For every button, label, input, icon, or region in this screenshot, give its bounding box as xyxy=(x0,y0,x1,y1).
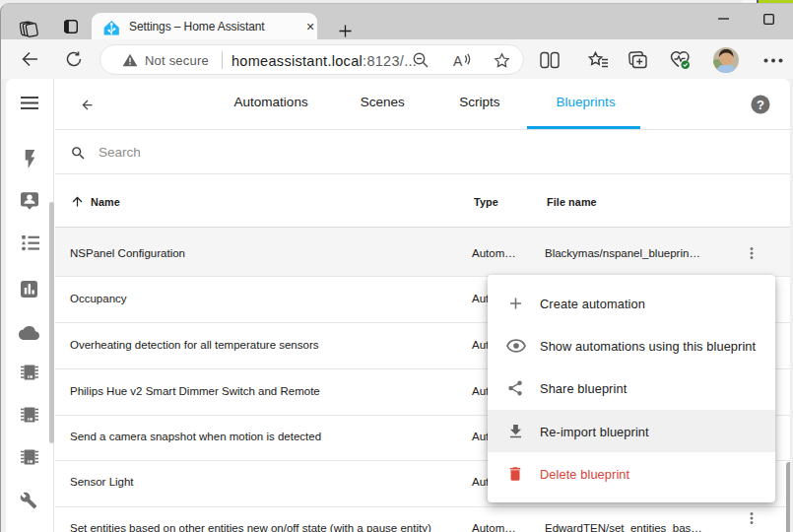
svg-text:?: ? xyxy=(757,98,764,112)
svg-text:A: A xyxy=(453,53,463,69)
